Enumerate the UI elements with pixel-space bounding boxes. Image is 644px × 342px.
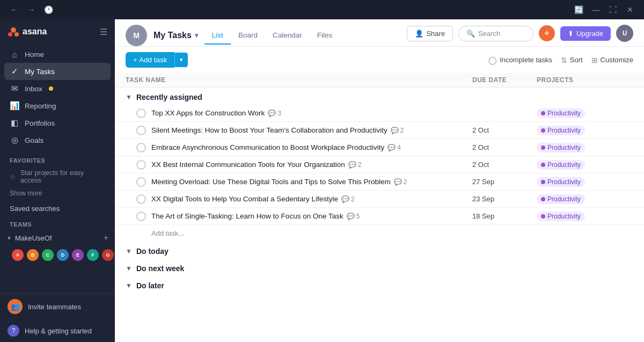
sidebar-item-my-tasks[interactable]: ✓ My Tasks — [4, 63, 111, 80]
section-title-do-later: Do later — [136, 281, 164, 290]
close-button[interactable]: ✕ — [623, 2, 638, 17]
task-checkbox-2[interactable] — [136, 126, 146, 135]
tab-board[interactable]: Board — [231, 27, 265, 45]
task-due-7: 18 Sep — [472, 212, 537, 220]
table-row[interactable]: XX Best Internal Communication Tools for… — [115, 156, 644, 173]
task-name-7: The Art of Single-Tasking: Learn How to … — [151, 212, 343, 220]
svg-point-2 — [14, 32, 19, 37]
show-more-link[interactable]: Show more — [0, 187, 115, 199]
project-tag-label-2: Productivity — [547, 127, 581, 134]
project-tag-4[interactable]: Productivity — [537, 160, 585, 170]
restore-button[interactable]: — — [588, 2, 603, 17]
task-checkbox-3[interactable] — [136, 143, 146, 152]
tab-calendar[interactable]: Calendar — [265, 27, 310, 45]
invite-teammates-item[interactable]: 👥 Invite teammates — [0, 294, 115, 319]
sidebar-item-reporting[interactable]: 📊 Reporting — [4, 97, 111, 114]
task-project-5: Productivity — [537, 177, 633, 187]
sort-action[interactable]: ⇅ Sort — [561, 56, 583, 64]
incomplete-tasks-filter[interactable]: ◯ Incomplete tasks — [488, 56, 552, 64]
saved-searches-label[interactable]: Saved searches — [0, 199, 115, 215]
table-row[interactable]: The Art of Single-Tasking: Learn How to … — [115, 208, 644, 225]
project-tag-7[interactable]: Productivity — [537, 212, 585, 221]
project-tag-3[interactable]: Productivity — [537, 143, 585, 152]
sidebar-item-label-home: Home — [25, 50, 44, 59]
section-header-do-later[interactable]: ▼ Do later — [115, 276, 644, 293]
sidebar-item-portfolios[interactable]: ◧ Portfolios — [4, 114, 111, 132]
task-checkbox-7[interactable] — [136, 212, 146, 221]
task-checkbox-6[interactable] — [136, 194, 146, 204]
svg-point-0 — [11, 27, 16, 33]
table-row[interactable]: Top XX Apps for Construction Work 💬 3 Pr… — [115, 105, 644, 122]
add-button[interactable]: + — [539, 25, 555, 41]
sidebar-toggle-button[interactable]: ☰ — [100, 27, 107, 37]
team-avatar-1: A — [11, 248, 25, 262]
customize-icon: ⊞ — [591, 56, 598, 64]
project-tag-1[interactable]: Productivity — [537, 108, 585, 118]
task-project-7: Productivity — [537, 211, 633, 221]
toolbar-right: ◯ Incomplete tasks ⇅ Sort ⊞ Customize — [488, 56, 633, 64]
section-do-next-week-chevron-icon: ▼ — [126, 265, 132, 272]
task-comments-6: 💬 2 — [341, 195, 355, 203]
page-title-text: My Tasks — [153, 31, 192, 40]
task-checkbox-4[interactable] — [136, 160, 146, 170]
topbar: M My Tasks ▾ List Board Calendar Files — [115, 19, 644, 47]
table-row[interactable]: Embrace Asynchronous Communication to Bo… — [115, 139, 644, 156]
project-tag-2[interactable]: Productivity — [537, 126, 585, 135]
history-button[interactable]: 🕐 — [41, 2, 56, 17]
task-name-cell-2: Silent Meetings: How to Boost Your Team'… — [151, 126, 472, 134]
back-button[interactable]: ← — [6, 2, 21, 17]
add-task-main[interactable]: + Add task — [126, 52, 174, 68]
topbar-left: M My Tasks ▾ List Board Calendar Files — [126, 25, 398, 46]
minimize-button[interactable]: 🔄 — [571, 2, 586, 17]
maximize-button[interactable]: ⛶ — [605, 2, 620, 17]
sidebar-item-inbox[interactable]: ✉ Inbox — [4, 80, 111, 97]
comment-count-4: 2 — [358, 161, 362, 169]
section-header-do-next-week[interactable]: ▼ Do next week — [115, 259, 644, 276]
sidebar-item-goals[interactable]: ◎ Goals — [4, 132, 111, 149]
avatar-3-placeholder: C — [42, 249, 54, 261]
team-row-makeuseOf[interactable]: ▼ MakeUseOf + — [0, 230, 115, 246]
section-chevron-icon: ▼ — [126, 93, 132, 101]
task-project-1: Productivity — [537, 108, 633, 118]
team-avatar-4: D — [56, 248, 70, 262]
customize-action[interactable]: ⊞ Customize — [591, 56, 633, 64]
task-project-2: Productivity — [537, 125, 633, 135]
add-task-dropdown-arrow[interactable]: ▾ — [174, 53, 188, 67]
page-title[interactable]: My Tasks ▾ — [153, 31, 198, 40]
sidebar-item-home[interactable]: ⌂ Home — [4, 46, 111, 63]
titlebar-left: ← → 🕐 — [6, 2, 56, 17]
star-projects-item[interactable]: ☆ Star projects for easy access — [0, 166, 115, 187]
task-name-5: Meeting Overload: Use These Digital Tool… — [151, 178, 391, 186]
help-item[interactable]: ? Help & getting started — [0, 319, 115, 342]
avatar-6-placeholder: F — [87, 249, 99, 261]
inbox-icon: ✉ — [10, 84, 19, 93]
team-add-button[interactable]: + — [104, 233, 108, 243]
section-header-do-today[interactable]: ▼ Do today — [115, 242, 644, 259]
add-task-inline[interactable]: Add task... — [115, 225, 644, 242]
table-row[interactable]: Silent Meetings: How to Boost Your Team'… — [115, 122, 644, 139]
sort-icon: ⇅ — [561, 56, 567, 64]
forward-button[interactable]: → — [24, 2, 39, 17]
task-name-cell-7: The Art of Single-Tasking: Learn How to … — [151, 212, 472, 220]
project-tag-6[interactable]: Productivity — [537, 194, 585, 204]
tab-list[interactable]: List — [204, 27, 231, 45]
add-task-button[interactable]: + Add task ▾ — [126, 52, 188, 68]
team-avatar-2: B — [26, 248, 40, 262]
project-tag-5[interactable]: Productivity — [537, 177, 585, 187]
tab-files[interactable]: Files — [310, 27, 340, 45]
section-header-recently-assigned[interactable]: ▼ Recently assigned — [115, 88, 644, 105]
share-button[interactable]: 👤 Share — [407, 26, 453, 41]
help-label: Help & getting started — [25, 327, 92, 335]
comment-count-7: 5 — [356, 213, 360, 220]
upgrade-button[interactable]: ⬆ Upgrade — [560, 26, 611, 41]
task-checkbox-5[interactable] — [136, 177, 146, 187]
sidebar: asana ☰ ⌂ Home ✓ My Tasks ✉ Inbox — [0, 19, 115, 342]
reporting-icon: 📊 — [10, 101, 19, 111]
task-checkbox-1[interactable] — [136, 108, 146, 118]
table-row[interactable]: XX Digital Tools to Help You Combat a Se… — [115, 191, 644, 208]
task-comments-2: 💬 2 — [391, 127, 404, 134]
project-dot-7 — [541, 214, 545, 219]
table-row[interactable]: Meeting Overload: Use These Digital Tool… — [115, 173, 644, 191]
user-avatar[interactable]: U — [616, 25, 633, 42]
search-box[interactable]: 🔍 Search — [458, 26, 533, 41]
